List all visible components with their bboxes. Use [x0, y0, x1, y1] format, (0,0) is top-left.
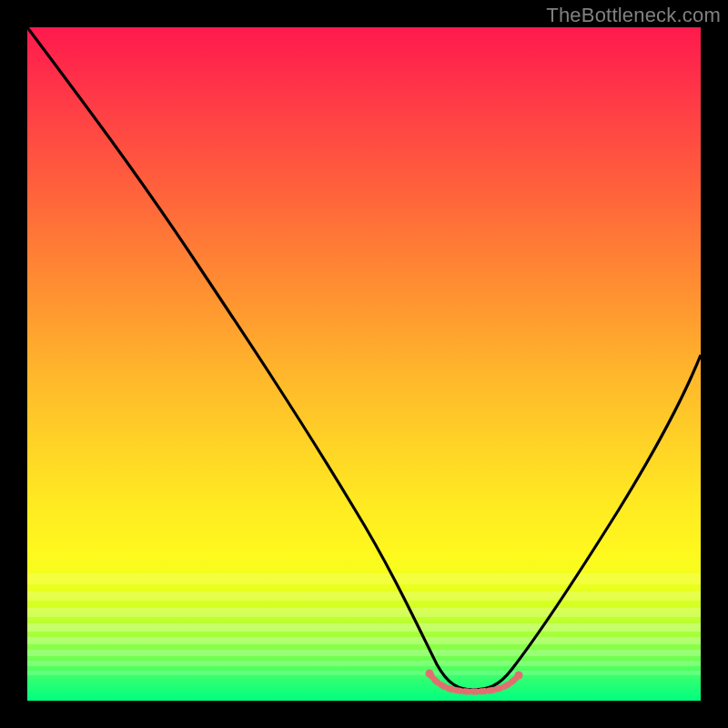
chart-frame: TheBottleneck.com	[0, 0, 728, 728]
bottleneck-curve-svg	[27, 27, 701, 701]
optimal-zone-start-cap	[426, 670, 434, 678]
bottleneck-curve-path	[27, 27, 701, 690]
watermark-text: TheBottleneck.com	[546, 4, 721, 27]
optimal-zone-end-cap	[515, 672, 523, 680]
plot-area	[27, 27, 701, 701]
